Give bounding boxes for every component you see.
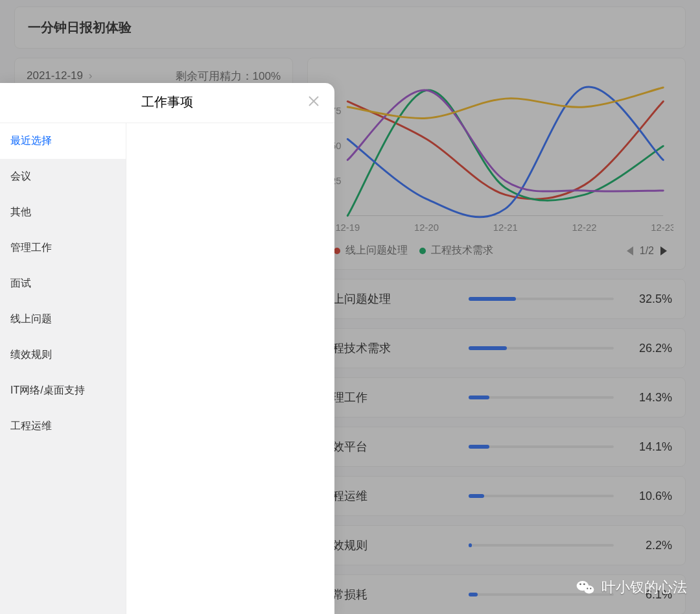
watermark-text: 叶小钗的心法 xyxy=(601,578,687,597)
category-item[interactable]: 其他 xyxy=(0,195,126,230)
watermark: 叶小钗的心法 xyxy=(576,578,687,597)
close-icon[interactable] xyxy=(306,93,321,109)
modal-content-area xyxy=(126,123,334,614)
category-item[interactable]: 面试 xyxy=(0,266,126,301)
wechat-icon xyxy=(576,578,595,597)
category-item[interactable]: 会议 xyxy=(0,159,126,195)
svg-point-13 xyxy=(579,584,581,585)
category-item[interactable]: IT网络/桌面支持 xyxy=(0,373,126,408)
category-list: 最近选择会议其他管理工作面试线上问题绩效规则IT网络/桌面支持工程运维 xyxy=(0,123,126,614)
modal-title: 工作事项 xyxy=(141,95,193,109)
category-item[interactable]: 管理工作 xyxy=(0,230,126,266)
category-item[interactable]: 工程运维 xyxy=(0,408,126,444)
svg-point-14 xyxy=(583,584,585,585)
category-item[interactable]: 线上问题 xyxy=(0,301,126,337)
svg-point-15 xyxy=(587,588,588,589)
svg-point-16 xyxy=(590,588,591,589)
modal-header: 工作事项 xyxy=(0,83,334,123)
category-item[interactable]: 最近选择 xyxy=(0,123,126,159)
work-item-modal: 工作事项 最近选择会议其他管理工作面试线上问题绩效规则IT网络/桌面支持工程运维 xyxy=(0,83,334,614)
category-item[interactable]: 绩效规则 xyxy=(0,337,126,373)
svg-point-12 xyxy=(584,585,594,594)
